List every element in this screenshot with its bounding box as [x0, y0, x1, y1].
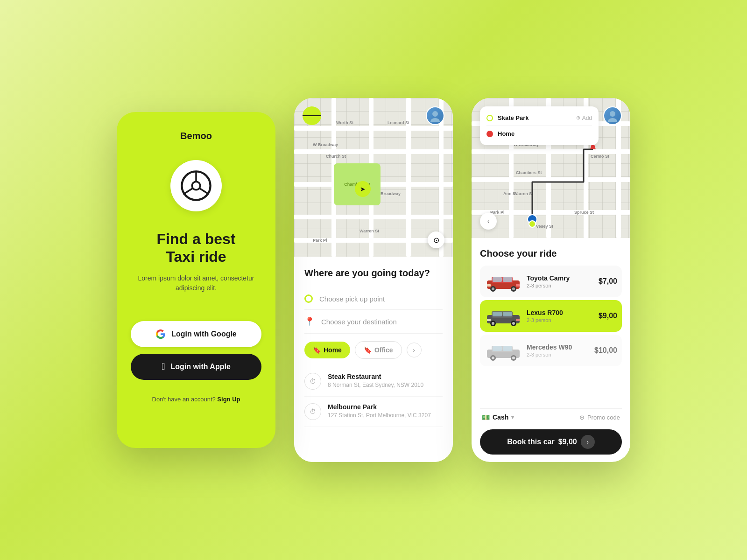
ride-price-1: $9,00: [599, 312, 617, 320]
svg-rect-34: [493, 346, 502, 351]
navigation-icon: ➤: [360, 185, 366, 193]
ride-info-2: Mercedes W90 2-3 person: [527, 343, 590, 357]
svg-point-19: [512, 287, 515, 290]
route-info-card: Skate Park ⊕ Add Home: [480, 106, 599, 145]
route-to-name: Home: [498, 130, 514, 137]
svg-rect-31: [516, 319, 520, 321]
description-text: Lorem ipsum dolor sit amet, consectetur …: [131, 273, 261, 293]
route-to-dot: [486, 131, 493, 137]
pickup-row[interactable]: Choose pick up point: [304, 288, 443, 310]
road-h4: [294, 215, 453, 219]
car-svg-1: [485, 306, 522, 326]
svg-point-27: [492, 322, 494, 325]
pickup-screen: Chambers St ⊙ ➤: [294, 98, 453, 462]
street-label-wbroadway: W Broadway: [313, 142, 338, 147]
ride-user-avatar[interactable]: [603, 106, 622, 125]
avatar-image: [429, 109, 442, 122]
destination-row[interactable]: 📍 Choose your destination: [304, 310, 443, 334]
book-car-button[interactable]: Book this car $9,00 ›: [480, 429, 622, 455]
place-name-1: Melbourne Park: [328, 403, 431, 411]
route-from-name: Skate Park: [498, 114, 529, 121]
pickup-label: Choose pick up point: [319, 295, 385, 303]
place-icon-0: ⏱: [304, 373, 321, 390]
svg-point-17: [492, 287, 494, 290]
svg-rect-14: [493, 277, 502, 282]
svg-point-11: [608, 118, 617, 122]
svg-point-37: [492, 357, 494, 359]
location-button[interactable]: ⊙: [428, 231, 444, 248]
place-item-0[interactable]: ⏱ Steak Restaurant 8 Norman St, East Syd…: [304, 366, 443, 397]
ride-capacity-2: 2-3 person: [527, 352, 590, 357]
ride-name-2: Mercedes W90: [527, 343, 590, 351]
ride-name-1: Lexus R700: [527, 309, 594, 316]
promo-code-button[interactable]: ⊕ Promo code: [579, 414, 620, 421]
route-from-row: Skate Park ⊕ Add: [486, 112, 592, 124]
signup-text: Don't have an account? Sign Up: [152, 396, 240, 403]
cash-icon: 💵: [482, 413, 490, 421]
svg-point-29: [512, 322, 515, 325]
ride-info-0: Toyota Camry 2-3 person: [527, 274, 594, 288]
street-label-park: Park Pl: [313, 238, 327, 243]
street-label-worth: Worth St: [336, 120, 353, 125]
apple-login-button[interactable]:  Login with Apple: [131, 354, 261, 380]
svg-rect-21: [516, 284, 520, 287]
location-icon: ⊙: [433, 236, 439, 245]
menu-button[interactable]: [303, 106, 321, 125]
office-bookmark-icon: 🔖: [364, 346, 372, 354]
svg-point-5: [432, 111, 438, 117]
ride-name-0: Toyota Camry: [527, 274, 594, 282]
svg-rect-25: [503, 312, 512, 316]
place-item-1[interactable]: ⏱ Melbourne Park 127 Station St, Port Me…: [304, 397, 443, 427]
map-pin-green: ➤: [355, 181, 371, 197]
place-icon-1: ⏱: [304, 403, 321, 420]
ride-list: Toyota Camry 2-3 person $7,00: [480, 266, 622, 406]
svg-line-3: [184, 188, 193, 194]
svg-point-10: [610, 111, 615, 117]
street-label-broadway: Broadway: [381, 191, 401, 196]
back-button[interactable]: ‹: [480, 213, 497, 230]
logo-circle: [170, 160, 222, 211]
google-login-button[interactable]: Login with Google: [131, 321, 261, 347]
ride-price-2: $10,00: [594, 346, 617, 355]
payment-method-button[interactable]: 💵 Cash ▾: [482, 413, 514, 421]
road-h1: [294, 126, 453, 131]
car-image-0: [485, 271, 522, 292]
ride-item-2[interactable]: Mercedes W90 2-3 person $10,00: [480, 335, 622, 366]
ride-price-0: $7,00: [599, 277, 617, 286]
screens-container: Bemoo Find a best Taxi ride Lorem ipsum …: [117, 98, 630, 462]
hamburger-line-1: [303, 115, 309, 116]
headline: Find a best Taxi ride: [157, 230, 236, 266]
car-svg-0: [485, 271, 522, 292]
ride-info-1: Lexus R700 2-3 person: [527, 309, 594, 323]
signup-link[interactable]: Sign Up: [217, 396, 240, 403]
home-quick-button[interactable]: 🔖 Home: [304, 342, 350, 358]
add-stop-button[interactable]: ⊕ Add: [576, 115, 592, 121]
svg-rect-20: [487, 284, 491, 287]
place-info-1: Melbourne Park 127 Station St, Port Melb…: [328, 403, 431, 419]
route-to-row: Home: [486, 128, 592, 140]
panel-title: Where are you going today?: [304, 268, 443, 279]
ride-item-1[interactable]: Lexus R700 2-3 person $9,00: [480, 300, 622, 332]
user-avatar[interactable]: [426, 106, 444, 125]
svg-point-6: [430, 118, 440, 122]
office-quick-button[interactable]: 🔖 Office: [355, 341, 402, 359]
destination-dot: 📍: [304, 316, 315, 327]
ride-item-0[interactable]: Toyota Camry 2-3 person $7,00: [480, 266, 622, 297]
apple-icon: : [162, 361, 165, 372]
car-image-2: [485, 340, 522, 361]
map-area: Chambers St ⊙ ➤: [294, 98, 453, 257]
destination-label: Choose your destination: [321, 318, 397, 326]
svg-rect-35: [503, 346, 512, 351]
svg-rect-30: [487, 319, 491, 321]
route-from-dot: [486, 115, 493, 121]
hamburger-line-2: [309, 115, 315, 116]
place-addr-1: 127 Station St, Port Melbourne, VIC 3207: [328, 412, 431, 419]
svg-line-4: [199, 188, 208, 194]
ride-avatar-image: [606, 109, 619, 122]
steering-wheel-icon: [180, 169, 212, 202]
google-icon: [155, 329, 166, 339]
ride-selection-screen: Worth St Leonard St W Broadway Chambers …: [472, 98, 630, 462]
app-title: Bemoo: [180, 131, 212, 141]
hamburger-line-3: [315, 115, 321, 116]
more-arrow-button[interactable]: ›: [407, 343, 422, 357]
